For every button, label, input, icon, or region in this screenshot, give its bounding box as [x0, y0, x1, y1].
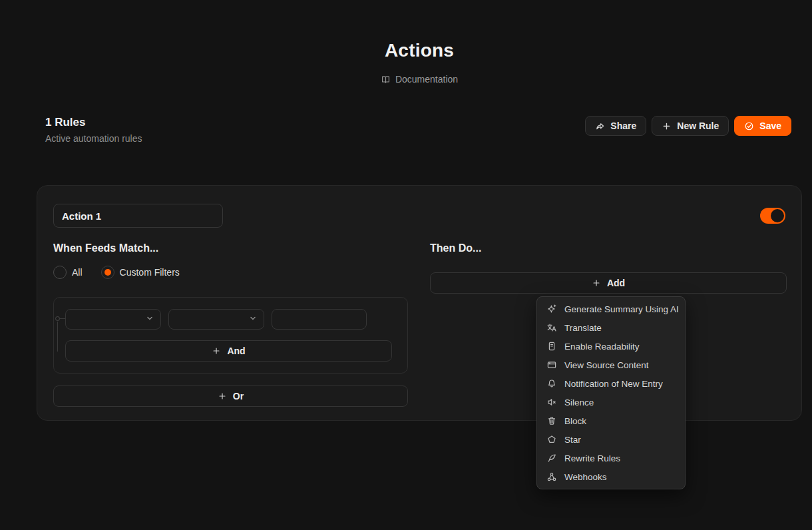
trash-icon — [546, 415, 557, 426]
plus-icon — [218, 392, 227, 401]
rule-card-header — [53, 204, 785, 228]
add-action-menu: Generate Summary Using AI Translate — [536, 296, 686, 489]
add-label: Add — [607, 278, 625, 288]
document-icon — [546, 341, 557, 352]
match-mode-radios: All Custom Filters — [53, 266, 408, 279]
documentation-link[interactable]: Documentation — [37, 74, 802, 85]
menu-item-label: Generate Summary Using AI — [564, 304, 679, 314]
book-icon — [381, 75, 391, 85]
add-action-button[interactable]: Add — [430, 272, 787, 294]
menu-item-webhooks[interactable]: Webhooks — [540, 467, 682, 486]
save-label: Save — [759, 121, 781, 131]
add-and-condition-button[interactable]: And — [65, 340, 392, 362]
sparkles-icon — [546, 304, 557, 314]
check-circle-icon — [744, 121, 754, 131]
when-heading: When Feeds Match... — [53, 242, 408, 254]
quill-icon — [546, 453, 557, 463]
rule-card: When Feeds Match... All Custom Filters — [37, 185, 802, 421]
rule-enabled-toggle[interactable] — [760, 208, 785, 224]
menu-item-label: View Source Content — [564, 360, 649, 370]
share-icon — [595, 121, 605, 131]
menu-item-rewrite-rules[interactable]: Rewrite Rules — [540, 449, 682, 467]
filter-row — [65, 309, 392, 330]
menu-item-notification[interactable]: Notification of New Entry — [540, 374, 682, 393]
menu-item-silence[interactable]: Silence — [540, 393, 682, 411]
bell-icon — [546, 378, 557, 389]
add-or-group-button[interactable]: Or — [53, 386, 408, 407]
menu-item-label: Block — [564, 416, 586, 426]
menu-item-star[interactable]: Star — [540, 430, 682, 449]
menu-item-label: Rewrite Rules — [564, 453, 620, 463]
menu-item-block[interactable]: Block — [540, 411, 682, 430]
menu-item-translate[interactable]: Translate — [540, 318, 682, 337]
radio-all[interactable]: All — [53, 266, 83, 279]
actions-page: Actions Documentation 1 Rules Active aut… — [37, 0, 802, 421]
when-column: When Feeds Match... All Custom Filters — [53, 242, 408, 407]
radio-custom-circle[interactable] — [101, 266, 114, 279]
share-button[interactable]: Share — [585, 116, 646, 136]
mute-icon — [546, 397, 557, 407]
and-label: And — [227, 346, 245, 356]
rules-subtitle: Active automation rules — [45, 133, 142, 144]
plus-icon — [592, 278, 601, 288]
tree-connector-horizontal — [60, 318, 65, 319]
rule-name-input[interactable] — [53, 204, 223, 228]
menu-item-label: Notification of New Entry — [564, 379, 663, 389]
pentagon-star-icon — [546, 434, 557, 445]
tree-connector-node — [55, 316, 60, 321]
webhook-icon — [546, 471, 557, 482]
new-rule-label: New Rule — [677, 121, 719, 131]
radio-all-label: All — [72, 267, 83, 278]
menu-item-label: Translate — [564, 323, 602, 333]
menu-item-view-source[interactable]: View Source Content — [540, 356, 682, 374]
tree-connector-vertical — [57, 322, 58, 352]
filter-group: And — [53, 297, 408, 374]
browser-icon — [546, 360, 557, 370]
radio-all-circle[interactable] — [53, 266, 67, 279]
share-label: Share — [610, 121, 636, 131]
then-heading: Then Do... — [430, 242, 787, 254]
page-title: Actions — [37, 0, 802, 61]
menu-item-label: Silence — [564, 398, 594, 407]
new-rule-button[interactable]: New Rule — [652, 116, 729, 136]
toggle-knob — [771, 209, 784, 222]
header-actions: Share New Rule Save — [585, 116, 791, 136]
filter-operator-select[interactable] — [168, 309, 264, 330]
chevron-down-icon — [145, 314, 154, 326]
documentation-label: Documentation — [395, 74, 458, 85]
or-label: Or — [233, 391, 244, 401]
rules-header: 1 Rules Active automation rules Share Ne… — [37, 116, 802, 144]
filter-field-select[interactable] — [65, 309, 161, 330]
radio-custom-label: Custom Filters — [120, 267, 180, 278]
menu-item-label: Enable Readability — [564, 342, 640, 352]
save-button[interactable]: Save — [734, 116, 791, 136]
radio-custom-filters[interactable]: Custom Filters — [101, 266, 180, 279]
rules-summary: 1 Rules Active automation rules — [45, 116, 142, 144]
menu-item-enable-readability[interactable]: Enable Readability — [540, 337, 682, 356]
menu-item-label: Webhooks — [564, 472, 607, 482]
menu-item-label: Star — [564, 435, 581, 445]
plus-icon — [662, 121, 672, 131]
rules-count: 1 Rules — [45, 116, 142, 129]
chevron-down-icon — [248, 314, 258, 326]
plus-icon — [212, 346, 221, 356]
filter-value-input[interactable] — [272, 309, 367, 330]
menu-item-generate-summary[interactable]: Generate Summary Using AI — [540, 300, 682, 318]
translate-icon — [546, 322, 557, 333]
